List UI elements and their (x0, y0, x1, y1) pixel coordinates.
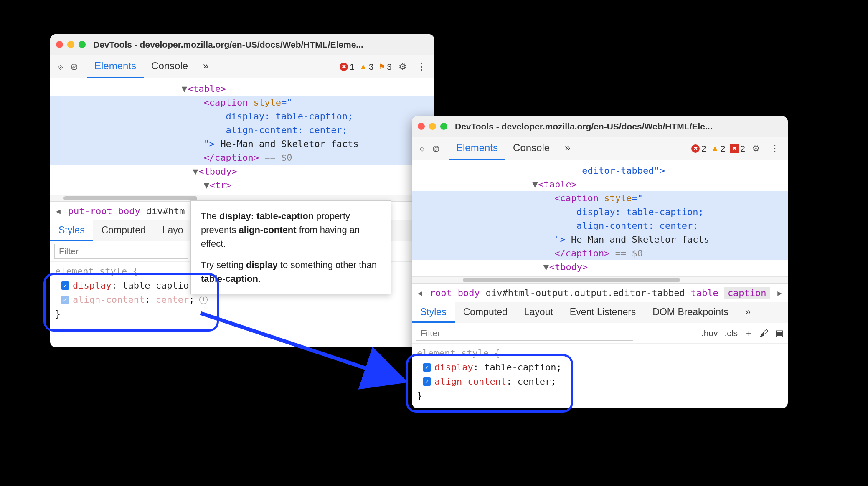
styles-filter-bar: :hov .cls ＋ 🖌 ▣ (412, 323, 788, 344)
subtab-event-listeners[interactable]: Event Listeners (561, 302, 645, 323)
checkbox-icon[interactable]: ✓ (423, 363, 431, 372)
breadcrumb-item[interactable]: div#html-output.output.editor-tabbed (486, 288, 685, 298)
subtab-computed[interactable]: Computed (455, 302, 516, 323)
breadcrumb-prev[interactable]: ◀ (54, 207, 62, 215)
devtools-window-right: DevTools - developer.mozilla.org/en-US/d… (412, 116, 788, 408)
tab-elements[interactable]: Elements (87, 55, 144, 78)
add-rule-icon[interactable]: ＋ (744, 327, 753, 339)
kebab-icon[interactable]: ⋮ (767, 142, 783, 156)
dom-tree[interactable]: editor-tabbed"> ▼<table> <caption style=… (412, 160, 788, 276)
styles-filter-input[interactable] (416, 326, 633, 341)
tab-more[interactable]: » (195, 55, 216, 78)
css-property-row[interactable]: ✓ align-content: center; (417, 375, 783, 389)
warning-count[interactable]: 3 (360, 62, 374, 72)
error-count[interactable]: 1 (340, 62, 355, 72)
breadcrumb-item[interactable]: div#htm (146, 206, 185, 216)
device-icon[interactable]: ⎚ (69, 60, 79, 74)
kebab-icon[interactable]: ⋮ (414, 60, 429, 74)
minimize-icon[interactable] (429, 123, 436, 130)
traffic-lights (418, 123, 447, 130)
window-title: DevTools - developer.mozilla.org/en-US/d… (93, 40, 363, 50)
tab-console[interactable]: Console (505, 137, 557, 160)
window-title: DevTools - developer.mozilla.org/en-US/d… (455, 122, 713, 132)
checkbox-icon[interactable]: ✓ (423, 377, 431, 386)
toolbar: ⟐ ⎚ Elements Console » 1 3 3 ⚙ ⋮ (50, 55, 434, 78)
subtab-styles[interactable]: Styles (50, 220, 93, 241)
brace-close: } (417, 389, 783, 403)
brace-close: } (55, 307, 429, 321)
breadcrumb-item[interactable]: table (691, 288, 718, 298)
breadcrumb-item[interactable]: body (118, 206, 140, 216)
device-icon[interactable]: ⎚ (431, 142, 441, 156)
titlebar[interactable]: DevTools - developer.mozilla.org/en-US/d… (50, 34, 434, 55)
subtab-layout[interactable]: Layo (154, 220, 192, 241)
dom-scrollbar[interactable] (412, 276, 788, 283)
maximize-icon[interactable] (79, 41, 86, 48)
warning-count[interactable]: 2 (711, 144, 726, 154)
breadcrumb-next[interactable]: ▶ (776, 289, 784, 297)
dom-tree[interactable]: ▼<table> <caption style=" display: table… (50, 78, 434, 195)
checkbox-icon[interactable]: ✓ (61, 281, 69, 290)
subtab-dom-breakpoints[interactable]: DOM Breakpoints (644, 302, 737, 323)
close-icon[interactable] (56, 41, 63, 48)
selector-header: element.style { (417, 346, 783, 360)
styles-panel[interactable]: element.style { ✓ display: table-caption… (412, 344, 788, 405)
error-count[interactable]: 2 (691, 144, 706, 154)
brush-icon[interactable]: 🖌 (760, 328, 769, 338)
info-icon[interactable]: i (199, 296, 208, 304)
subtab-computed[interactable]: Computed (93, 220, 154, 241)
inspect-icon[interactable]: ⟐ (417, 142, 427, 156)
tab-console[interactable]: Console (144, 55, 195, 78)
breadcrumb-item[interactable]: root (430, 288, 452, 298)
gear-icon[interactable]: ⚙ (749, 142, 764, 156)
minimize-icon[interactable] (67, 41, 74, 48)
gear-icon[interactable]: ⚙ (395, 60, 410, 74)
breadcrumb[interactable]: ◀ root body div#html-output.output.edito… (412, 283, 788, 302)
toolbar: ⟐ ⎚ Elements Console » 2 2 2 ⚙ ⋮ (412, 137, 788, 160)
styles-subtabs: Styles Computed Layout Event Listeners D… (412, 302, 788, 323)
maximize-icon[interactable] (440, 123, 447, 130)
subtab-more[interactable]: » (737, 302, 759, 323)
issue-count[interactable]: 3 (378, 62, 392, 72)
issue-count[interactable]: 2 (730, 144, 745, 154)
property-hint-tooltip: The display: table-caption property prev… (190, 200, 391, 294)
close-icon[interactable] (418, 123, 425, 130)
inspect-icon[interactable]: ⟐ (55, 60, 66, 74)
panel-icon[interactable]: ▣ (775, 328, 784, 338)
traffic-lights (56, 41, 86, 48)
tab-elements[interactable]: Elements (449, 137, 505, 160)
subtab-styles[interactable]: Styles (412, 302, 455, 323)
hov-toggle[interactable]: :hov (701, 328, 718, 338)
css-property-row[interactable]: ✓ display: table-caption; (417, 360, 783, 375)
subtab-layout[interactable]: Layout (516, 302, 561, 323)
tab-more[interactable]: » (557, 137, 578, 160)
devtools-window-left: DevTools - developer.mozilla.org/en-US/d… (50, 34, 434, 347)
checkbox-icon[interactable]: ✓ (61, 296, 69, 304)
breadcrumb-prev[interactable]: ◀ (416, 289, 424, 297)
css-property-row-inactive[interactable]: ✓ align-content: center; i (55, 293, 429, 307)
cls-toggle[interactable]: .cls (725, 328, 738, 338)
titlebar[interactable]: DevTools - developer.mozilla.org/en-US/d… (412, 116, 788, 137)
breadcrumb-item[interactable]: put-root (68, 206, 112, 216)
styles-filter-input[interactable] (54, 244, 188, 259)
breadcrumb-item-selected[interactable]: caption (724, 287, 770, 299)
breadcrumb-item[interactable]: body (458, 288, 480, 298)
